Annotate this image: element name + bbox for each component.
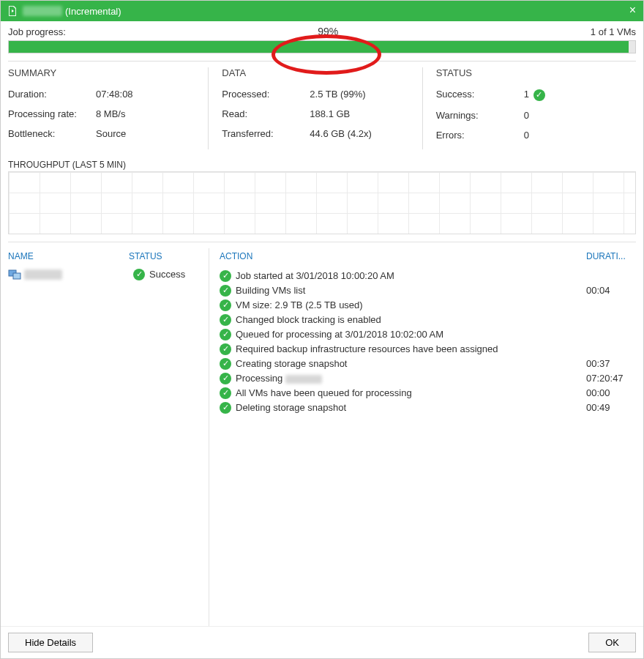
check-icon: ✓ xyxy=(133,269,145,280)
action-pane: ACTION DURATI... ✓Job started at 3/01/20… xyxy=(209,248,636,627)
transferred-value: 44.6 GB (4.2x) xyxy=(310,128,407,139)
bottleneck-value: Source xyxy=(96,128,193,139)
check-icon: ✓ xyxy=(220,270,231,282)
progress-bar-fill xyxy=(9,41,629,53)
footer: Hide Details OK xyxy=(1,626,643,658)
action-duration: 00:37 xyxy=(586,358,636,369)
action-text: Processing xyxy=(236,373,586,384)
action-text: Changed block tracking is enabled xyxy=(236,314,586,325)
action-row[interactable]: ✓Building VMs list00:04 xyxy=(220,283,636,298)
vm-row[interactable]: ✓ Success xyxy=(8,269,209,280)
progress-bar xyxy=(8,40,636,53)
action-text: Deleting storage snapshot xyxy=(236,402,586,413)
action-text: Job started at 3/01/2018 10:00:20 AM xyxy=(236,270,586,281)
transferred-label: Transferred: xyxy=(222,128,310,139)
details-split: NAME STATUS ✓ Success ACTION DURATI... ✓… xyxy=(8,242,636,627)
name-header[interactable]: NAME xyxy=(8,251,129,261)
action-duration: 00:04 xyxy=(586,285,636,296)
success-label: Success: xyxy=(436,89,524,101)
job-progress-window: (Incremental) × Job progress: 99% 1 of 1… xyxy=(0,0,644,659)
action-row[interactable]: ✓Required backup infrastructure resource… xyxy=(220,342,636,357)
success-value: 1✓ xyxy=(524,89,621,101)
action-target-redacted xyxy=(285,375,322,384)
titlebar: (Incremental) × xyxy=(1,1,643,21)
action-row[interactable]: ✓VM size: 2.9 TB (2.5 TB used) xyxy=(220,298,636,313)
summary-heading: SUMMARY xyxy=(8,67,193,78)
hide-details-button[interactable]: Hide Details xyxy=(8,633,93,652)
warnings-value: 0 xyxy=(524,110,621,121)
check-icon: ✓ xyxy=(220,402,231,414)
vm-name-redacted xyxy=(24,269,62,280)
action-row[interactable]: ✓All VMs have been queued for processing… xyxy=(220,386,636,401)
svg-rect-1 xyxy=(13,273,20,279)
action-text: Building VMs list xyxy=(236,285,586,296)
throughput-section: THROUGHPUT (LAST 5 MIN) xyxy=(1,160,643,234)
check-icon: ✓ xyxy=(220,329,231,340)
action-text: VM size: 2.9 TB (2.5 TB used) xyxy=(236,299,586,310)
stats-panel: SUMMARY Duration:07:48:08 Processing rat… xyxy=(1,62,643,160)
action-text: Creating storage snapshot xyxy=(236,358,586,369)
action-row[interactable]: ✓Deleting storage snapshot00:49 xyxy=(220,401,636,415)
processed-label: Processed: xyxy=(222,89,310,100)
action-duration: 00:49 xyxy=(586,402,636,413)
data-column: DATA Processed:2.5 TB (99%) Read:188.1 G… xyxy=(208,67,422,149)
read-value: 188.1 GB xyxy=(310,108,407,119)
action-text: All VMs have been queued for processing xyxy=(236,387,586,398)
close-icon[interactable]: × xyxy=(629,4,636,17)
check-icon: ✓ xyxy=(220,343,231,355)
action-row[interactable]: ✓Queued for processing at 3/01/2018 10:0… xyxy=(220,327,636,342)
check-icon: ✓ xyxy=(220,299,231,311)
job-progress-label: Job progress: xyxy=(8,26,66,37)
processed-value: 2.5 TB (99%) xyxy=(310,89,407,100)
vm-list-pane: NAME STATUS ✓ Success xyxy=(8,248,209,627)
errors-value: 0 xyxy=(524,130,621,141)
check-icon: ✓ xyxy=(220,314,231,326)
status-header[interactable]: STATUS xyxy=(129,251,162,261)
action-header[interactable]: ACTION xyxy=(220,251,586,261)
progress-percent: 99% xyxy=(66,26,591,37)
processing-rate-label: Processing rate: xyxy=(8,108,96,119)
action-row[interactable]: ✓Processing 07:20:47 xyxy=(220,371,636,386)
status-heading: STATUS xyxy=(436,67,621,78)
status-column: STATUS Success:1✓ Warnings:0 Errors:0 xyxy=(422,67,636,149)
action-row[interactable]: ✓Job started at 3/01/2018 10:00:20 AM xyxy=(220,269,636,283)
vm-status-text: Success xyxy=(149,269,185,280)
bottleneck-label: Bottleneck: xyxy=(8,128,96,139)
action-text: Queued for processing at 3/01/2018 10:02… xyxy=(236,329,586,340)
action-row[interactable]: ✓Changed block tracking is enabled xyxy=(220,313,636,327)
check-icon: ✓ xyxy=(533,89,545,101)
duration-value: 07:48:08 xyxy=(96,89,193,100)
vm-icon xyxy=(8,269,21,280)
check-icon: ✓ xyxy=(220,387,231,399)
progress-section: Job progress: 99% 1 of 1 VMs xyxy=(1,21,643,61)
throughput-chart xyxy=(8,171,636,234)
check-icon: ✓ xyxy=(220,285,231,297)
action-duration: 07:20:47 xyxy=(586,373,636,384)
ok-button[interactable]: OK xyxy=(588,633,636,652)
title-suffix: (Incremental) xyxy=(65,6,121,17)
processing-rate-value: 8 MB/s xyxy=(96,108,193,119)
action-text: Required backup infrastructure resources… xyxy=(236,343,586,354)
warnings-label: Warnings: xyxy=(436,110,524,121)
check-icon: ✓ xyxy=(220,358,231,370)
action-list[interactable]: ✓Job started at 3/01/2018 10:00:20 AM✓Bu… xyxy=(220,269,636,627)
action-duration: 00:00 xyxy=(586,387,636,398)
check-icon: ✓ xyxy=(220,373,231,384)
duration-label: Duration: xyxy=(8,89,96,100)
document-arrow-icon xyxy=(7,5,18,17)
throughput-title: THROUGHPUT (LAST 5 MIN) xyxy=(8,160,636,170)
action-row[interactable]: ✓Creating storage snapshot00:37 xyxy=(220,357,636,371)
errors-label: Errors: xyxy=(436,130,524,141)
success-count: 1 xyxy=(524,89,529,100)
data-heading: DATA xyxy=(222,67,407,78)
vm-count-label: 1 of 1 VMs xyxy=(591,26,636,37)
summary-column: SUMMARY Duration:07:48:08 Processing rat… xyxy=(8,67,208,149)
job-name-redacted xyxy=(23,6,62,16)
duration-header[interactable]: DURATI... xyxy=(586,251,636,261)
read-label: Read: xyxy=(222,108,310,119)
